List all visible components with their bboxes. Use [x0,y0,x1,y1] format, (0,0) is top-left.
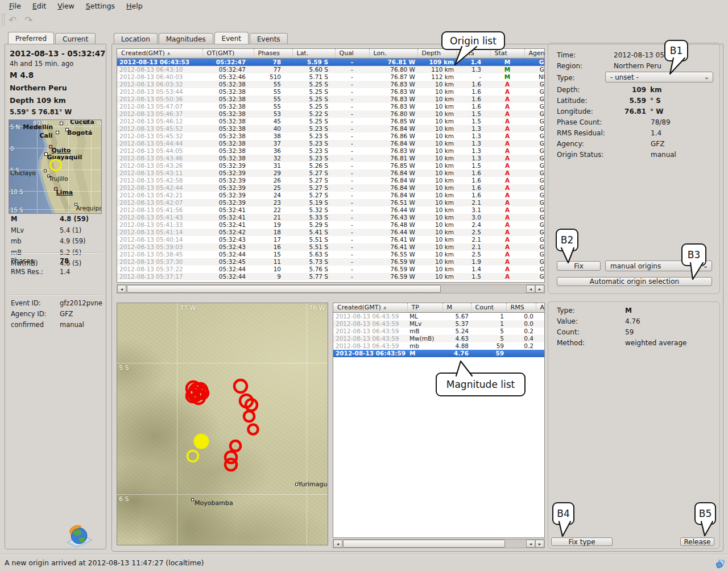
magnitude-row[interactable]: 2012-08-13 06:43:59mb4.88590.2 [333,342,545,350]
magnitude-row[interactable]: 2012-08-13 06:43:59ML5.6710.0 [333,312,545,320]
column-header-lon[interactable]: Lon. [369,49,417,58]
scrollbar-track[interactable] [342,540,526,548]
column-header-depth[interactable]: Depth [417,49,456,58]
column-header-rms[interactable]: RMS [506,303,536,312]
column-header-age[interactable]: Age [536,303,545,312]
origin-row[interactable]: 2012-08-13 05:42:4405:32:39255.27 S-76.8… [117,184,545,192]
magnitude-row[interactable]: 2012-08-13 06:43:59Mw(mB)4.6350.4 [333,335,545,342]
scrollbar-track[interactable] [126,285,526,293]
origin-row[interactable]: 2012-08-13 05:37:3005:32:45115.73 S-76.5… [117,258,545,266]
origin-row[interactable]: 2012-08-13 06:43:1005:32:47775.60 S-76.8… [117,66,545,73]
column-header-phases[interactable]: Phases [254,49,292,58]
fix-type-button[interactable]: Fix type [551,537,613,546]
scrollbar-thumb[interactable] [343,540,505,548]
origin-info-row: Type:- unset -⌄ [557,74,714,82]
column-header-tp[interactable]: TP [407,303,442,312]
column-header-stat[interactable]: Stat [490,49,524,58]
cell: 10 km [417,258,456,266]
magnitude-row[interactable]: 2012-08-13 06:43:59mB5.2450.2 [333,328,545,335]
cell: 109 km [417,58,456,66]
tab-event[interactable]: Event [214,32,249,44]
origin-row[interactable]: 2012-08-13 06:40:0305:32:465105.71 S-76.… [117,73,545,81]
origin-row[interactable]: 2012-08-13 05:38:4505:32:44155.63 S-76.5… [117,251,545,258]
menu-settings[interactable]: Settings [81,1,119,11]
origin-row[interactable]: 2012-08-13 05:44:0505:32:38365.23 S-76.8… [117,147,545,155]
column-header-lat[interactable]: Lat. [292,49,335,58]
origin-row[interactable]: 2012-08-13 05:44:4405:32:38375.23 S-76.8… [117,140,545,147]
origin-table-hscrollbar[interactable]: ◂ ◂ ▸ [117,284,545,293]
origin-row[interactable]: 2012-08-13 05:53:4405:32:38555.25 S-76.8… [117,88,545,96]
column-header-createdgmt[interactable]: Created(GMT)∧ [333,303,407,312]
column-header-count[interactable]: Count [471,303,506,312]
origin-row[interactable]: 2012-08-13 05:41:3305:32:41195.29 S-76.4… [117,221,545,229]
cell: 05:32:41 [202,214,254,221]
origin-row[interactable]: 2012-08-13 05:41:4305:32:41215.33 S-76.4… [117,214,545,221]
column-header-otgmt[interactable]: OT(GMT) [202,49,254,58]
cell: GFZ [524,118,545,125]
undo-icon[interactable]: ↶ [5,14,20,26]
release-button[interactable]: Release [680,537,714,546]
origin-row[interactable]: 2012-08-13 05:41:1405:32:42185.41 S-76.4… [117,229,545,236]
magnitude-table-header[interactable]: Created(GMT)∧TPMCountRMSAge [333,303,545,312]
menu-view[interactable]: View [53,1,79,11]
origin-row[interactable]: 2012-08-13 05:43:1105:32:39295.27 S-76.8… [117,169,545,177]
origin-row[interactable]: 2012-08-13 05:42:0705:32:39235.19 S-76.5… [117,199,545,206]
redo-icon[interactable]: ↷ [20,14,36,26]
origin-row[interactable]: 2012-08-13 05:45:3205:32:38385.23 S-76.8… [117,133,545,140]
origin-row[interactable]: 2012-08-13 05:42:2105:32:39245.27 S-76.8… [117,192,545,199]
origin-row[interactable]: 2012-08-13 05:43:4605:32:38325.23 S-76.8… [117,155,545,162]
scroll-left-arrow[interactable]: ◂ [117,285,126,293]
origin-row[interactable]: 2012-08-13 05:43:2605:32:39315.26 S-76.8… [117,162,545,169]
origin-row[interactable]: 2012-08-13 05:46:1205:32:38455.25 S-76.8… [117,118,545,125]
menu-edit[interactable]: Edit [28,1,51,11]
origin-row[interactable]: 2012-08-13 05:50:3605:32:38555.25 S-76.8… [117,96,545,103]
cell: 05:32:44 [202,273,254,280]
origin-row[interactable]: 2012-08-13 05:37:1705:32:4495.77 S-76.59… [117,273,545,280]
cell: 19 [254,221,292,229]
menu-file[interactable]: File [5,1,26,11]
info-value: 59 [625,328,634,336]
tab-current[interactable]: Current [55,33,96,44]
origin-map[interactable]: 77 W76 W5 S6 SYurimaguasMoyobamba [117,303,328,545]
cell: 5 [471,335,506,342]
origin-row[interactable]: 2012-08-13 06:03:3205:32:38555.25 S-76.8… [117,81,545,88]
cell: 05:32:38 [202,155,254,162]
tab-location[interactable]: Location [114,33,158,44]
origin-row[interactable]: 2012-08-13 05:41:5605:32:41225.32 S-76.4… [117,206,545,214]
tab-events[interactable]: Events [250,33,288,44]
info-label: Count: [557,328,580,336]
scroll-left-arrow-2[interactable]: ◂ [526,285,535,293]
info-label: Type: [557,307,575,315]
scroll-right-arrow[interactable]: ▸ [535,540,544,548]
cell: 2012-08-13 05:37:30 [117,258,202,266]
column-header-createdgmt[interactable]: Created(GMT)∧ [117,49,202,58]
origin-row[interactable]: 2012-08-13 05:40:1405:32:43175.51 S-76.4… [117,236,545,243]
origin-row[interactable]: 2012-08-13 05:45:5205:32:38405.23 S-76.8… [117,125,545,133]
overview-map[interactable]: 5 N05 S10 S15 S80 W75 W70 W CúcutaMedell… [9,119,102,214]
origin-row[interactable]: 2012-08-13 05:37:2205:32:44105.76 S-76.5… [117,266,545,273]
origin-type-combobox[interactable]: - unset -⌄ [605,72,713,82]
column-header-agency[interactable]: Agency [524,49,545,58]
origin-row[interactable]: 2012-08-13 05:47:0705:32:38555.25 S-76.8… [117,103,545,110]
scroll-right-arrow[interactable]: ▸ [535,285,544,293]
magnitude-row[interactable]: 2012-08-13 06:43:59M4.7659 [333,350,545,357]
callout-text: B1 [670,45,682,56]
tab-magnitudes[interactable]: Magnitudes [159,33,213,44]
magnitude-table-hscrollbar[interactable]: ◂ ◂ ▸ [333,539,545,548]
origin-row[interactable]: 2012-08-13 05:39:0305:32:43165.51 S-76.4… [117,243,545,251]
origin-row[interactable]: 2012-08-13 05:46:3705:32:38535.22 S-76.8… [117,110,545,118]
cell: 05:32:43 [202,236,254,243]
magnitude-row[interactable]: 2012-08-13 06:43:59MLv5.3710.0 [333,320,545,328]
sort-asc-icon: ∧ [167,51,171,56]
scroll-left-arrow[interactable]: ◂ [333,540,342,548]
tab-preferred[interactable]: Preferred [8,32,54,44]
column-header-m[interactable]: M [442,303,471,312]
cell: GFZ [524,258,545,266]
scrollbar-thumb[interactable] [127,285,441,293]
info-value: weighted average [625,339,686,347]
menu-help[interactable]: Help [122,1,147,11]
event-magnitude: M 4.8 [10,71,34,80]
column-header-qual[interactable]: Qual [335,49,369,58]
scroll-left-arrow-2[interactable]: ◂ [526,540,535,548]
origin-row[interactable]: 2012-08-13 05:42:5805:32:39265.27 S-76.8… [117,177,545,184]
